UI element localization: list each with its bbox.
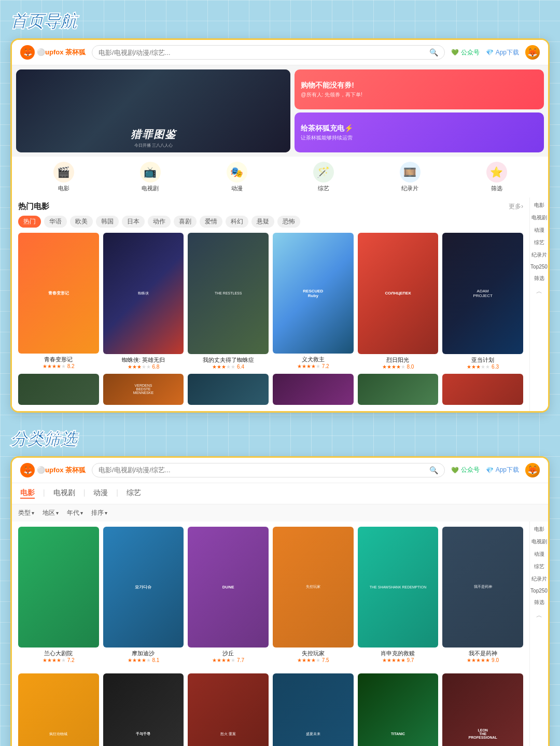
nav-tab-movie2[interactable]: 电影 xyxy=(20,488,35,499)
movie-card-r2-2[interactable]: VERDENSBEDSTEMENNESKE xyxy=(103,374,184,407)
fox-avatar1[interactable]: 🦊 xyxy=(525,45,540,60)
sidebar-filter2[interactable]: 筛选 xyxy=(534,599,544,606)
filter-action1[interactable]: 动作 xyxy=(148,216,171,228)
cat-anime1[interactable]: 🎭 动漫 xyxy=(227,162,247,192)
promo-card-pink1[interactable]: 购物不能没有券! @所有人: 先领券，再下单! xyxy=(295,69,544,109)
sidebar-up2[interactable]: ︿ xyxy=(536,611,542,620)
promo2-sub1: 让茶杯狐能够持续运营 xyxy=(301,134,538,142)
filter-hot1[interactable]: 热门 xyxy=(18,216,41,228)
app-label2: App下载 xyxy=(496,466,519,474)
nav-tab-variety2[interactable]: 综艺 xyxy=(127,488,141,499)
cat-filter1[interactable]: ⭐ 筛选 xyxy=(486,162,507,192)
nav-tab-anime2[interactable]: 动漫 xyxy=(93,488,108,499)
filter-sort2[interactable]: 排序 xyxy=(91,509,107,517)
filter-chinese1[interactable]: 华语 xyxy=(44,216,67,228)
search-bar2[interactable]: 🔍 xyxy=(92,463,445,477)
app-btn2[interactable]: 💎 App下载 xyxy=(486,466,519,474)
promo2-title1: 给茶杯狐充电⚡ xyxy=(301,124,538,133)
sidebar-tv1[interactable]: 电视剧 xyxy=(531,214,547,221)
poster-s2-8: 千与千寻 xyxy=(103,673,184,746)
logo1[interactable]: 🦊 ⚪upfox 茶杯狐 xyxy=(20,45,86,60)
movie-title-2: 蜘蛛侠: 英雄无归 xyxy=(103,356,184,364)
movie-card-r2-6[interactable] xyxy=(442,374,523,407)
hot-movies-section1: 热门电影 更多› 热门 华语 欧美 韩国 日本 动作 喜剧 爱情 科幻 悬疑 恐… xyxy=(12,198,529,411)
search-bar1[interactable]: 🔍 xyxy=(92,45,445,60)
sidebar-up1[interactable]: ︿ xyxy=(536,287,542,296)
filter-type2[interactable]: 类型 xyxy=(18,509,34,517)
sidebar-filter1[interactable]: 筛选 xyxy=(534,275,544,282)
filter-japanese1[interactable]: 日本 xyxy=(122,216,145,228)
sidebar-tv2[interactable]: 电视剧 xyxy=(531,538,547,545)
fox-avatar2[interactable]: 🦊 xyxy=(525,463,540,477)
sidebar-movie2[interactable]: 电影 xyxy=(534,526,544,533)
poster-r2-3 xyxy=(188,374,269,405)
movie-card-r2-3[interactable] xyxy=(188,374,269,407)
sidebar-top250-1[interactable]: Top250 xyxy=(530,264,548,270)
movie-card-s2-1[interactable]: 兰心大剧院 ★★★★★ 7.2 xyxy=(18,527,99,664)
promo-card-purple1[interactable]: 给茶杯狐充电⚡ 让茶杯狐能够持续运营 xyxy=(295,112,544,152)
movie-card-s2-2[interactable]: 모가디슈 摩加迪沙 ★★★★★ 8.1 xyxy=(103,527,184,664)
cat-variety1[interactable]: 🪄 综艺 xyxy=(313,162,334,192)
filter-scifi1[interactable]: 科幻 xyxy=(226,216,248,228)
poster-s2-2: 모가디슈 xyxy=(103,527,184,648)
movie-card-s2-7[interactable]: 疯狂动物城 疯狂动物城 ★★★★★ 9.2 xyxy=(18,673,99,746)
movie-card-r2-4[interactable] xyxy=(273,374,354,407)
movie-card-3[interactable]: THE RESTLESS 我的丈夫得了蜘蛛症 ★★★★★ 6.4 xyxy=(188,233,269,370)
logo2[interactable]: 🦊 ⚪upfox 茶杯狐 xyxy=(20,463,86,477)
movie-card-s2-3[interactable]: DUNE 沙丘 ★★★★★ 7.7 xyxy=(188,527,269,664)
section-name1: 热门电影 xyxy=(18,202,49,212)
movie-card-s2-9[interactable]: 怒火·重案 怒火·重案 ★★★★★ 7.2 xyxy=(188,673,269,746)
movies-main2: 兰心大剧院 ★★★★★ 7.2 모가디슈 摩加迪沙 ★★★★★ 8.1 DUNE… xyxy=(12,522,529,747)
movie-card-r2-1[interactable] xyxy=(18,374,99,407)
nav-tab-tv2[interactable]: 电视剧 xyxy=(53,488,75,499)
category-icons1: 🎬 电影 📺 电视剧 🎭 动漫 🪄 综艺 🎞️ 纪录片 ⭐ 筛选 xyxy=(12,157,548,198)
search-input2[interactable] xyxy=(99,466,425,474)
hot-movies-main1: 热门电影 更多› 热门 华语 欧美 韩国 日本 动作 喜剧 爱情 科幻 悬疑 恐… xyxy=(12,198,529,411)
cat-tv1[interactable]: 📺 电视剧 xyxy=(140,162,161,192)
poster-6: ADAMPROJECT xyxy=(442,233,523,354)
movie-card-5[interactable]: СОЛНЦЕПЕК 烈日阳光 ★★★★★ 8.0 xyxy=(358,233,439,370)
movie-card-s2-11[interactable]: TITANIC 泰坦尼克号 ★★★★★ 9.4 xyxy=(358,673,439,746)
filter-korean1[interactable]: 韩国 xyxy=(96,216,119,228)
movie-card-s2-10[interactable]: 盛夏未来 盛夏未来 ★★★★★ 7.1 xyxy=(273,673,354,746)
wechat-btn1[interactable]: 💚 公众号 xyxy=(451,48,480,57)
filter-region2[interactable]: 地区 xyxy=(43,509,59,517)
sidebar-movie1[interactable]: 电影 xyxy=(534,202,544,209)
logo-text1: ⚪upfox 茶杯狐 xyxy=(37,48,86,57)
cat-doc1[interactable]: 🎞️ 纪录片 xyxy=(400,162,421,192)
cat-movie1[interactable]: 🎬 电影 xyxy=(53,162,74,192)
filter-comedy1[interactable]: 喜剧 xyxy=(174,216,197,228)
wechat-btn2[interactable]: 💚 公众号 xyxy=(451,466,480,474)
movie-card-s2-4[interactable]: 失控玩家 失控玩家 ★★★★★ 7.5 xyxy=(273,527,354,664)
sidebar-doc2[interactable]: 纪录片 xyxy=(531,575,547,583)
main-banner1[interactable]: 猎罪图鉴 今日开播 三八八人心 xyxy=(16,69,290,152)
filter-romance1[interactable]: 爱情 xyxy=(200,216,222,228)
movie-card-s2-12[interactable]: LEONTHEPROFESSIONAL 这个杀手不太冷 ★★★★★ 9.4 xyxy=(442,673,523,746)
movie-card-s2-6[interactable]: 我不是药神 我不是药神 ★★★★★ 9.0 xyxy=(442,527,523,664)
movie-card-2[interactable]: 蜘蛛侠 蜘蛛侠: 英雄无归 ★★★★★ 6.8 xyxy=(103,233,184,370)
sidebar-variety1[interactable]: 综艺 xyxy=(534,239,544,246)
poster-s2-6: 我不是药神 xyxy=(442,527,523,648)
filter-western1[interactable]: 欧美 xyxy=(70,216,93,228)
banner-area1: 猎罪图鉴 今日开播 三八八人心 购物不能没有券! @所有人: 先领券，再下单! … xyxy=(12,65,548,157)
movie-card-4[interactable]: RESCUEDRuby 义犬救主 ★★★★★ 7.2 xyxy=(273,233,354,370)
filter-horror1[interactable]: 恐怖 xyxy=(277,216,300,228)
more-btn1[interactable]: 更多› xyxy=(509,202,523,211)
sidebar-top250-2[interactable]: Top250 xyxy=(530,588,548,594)
sidebar-anime1[interactable]: 动漫 xyxy=(534,227,544,234)
movie-card-s2-8[interactable]: 千与千寻 千与千寻 ★★★★★ 9.4 xyxy=(103,673,184,746)
poster-s2-5: THE SHAWSHANK REDEMPTION xyxy=(358,527,439,648)
movie-card-6[interactable]: ADAMPROJECT 亚当计划 ★★★★★ 6.3 xyxy=(442,233,523,370)
filter-era2[interactable]: 年代 xyxy=(67,509,83,517)
app-btn1[interactable]: 💎 App下载 xyxy=(486,48,519,57)
poster-2: 蜘蛛侠 xyxy=(103,233,184,354)
movie-card-1[interactable]: 青春变形记 青春变形记 ★★★★★ 8.2 xyxy=(18,233,99,370)
movie-card-r2-5[interactable] xyxy=(358,374,439,407)
sidebar-variety2[interactable]: 综艺 xyxy=(534,563,544,570)
sidebar-anime2[interactable]: 动漫 xyxy=(534,551,544,558)
filter-suspense1[interactable]: 悬疑 xyxy=(251,216,274,228)
search-input1[interactable] xyxy=(99,49,425,57)
wechat-label1: 公众号 xyxy=(461,48,480,57)
sidebar-doc1[interactable]: 纪录片 xyxy=(531,251,547,259)
movie-card-s2-5[interactable]: THE SHAWSHANK REDEMPTION 肖申克的救赎 ★★★★★ 9.… xyxy=(358,527,439,664)
